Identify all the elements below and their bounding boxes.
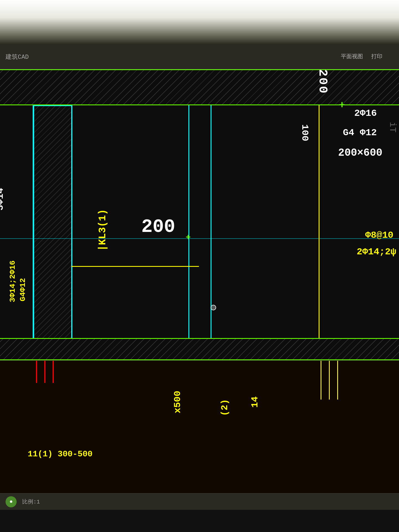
beam-line-KL3 [71, 266, 199, 267]
dim-200-mid: 200 [141, 216, 175, 237]
mouse-cursor [211, 305, 216, 310]
crosshair-mid: + [186, 233, 191, 242]
dim-200-top: 200 [316, 69, 329, 94]
yellow-v-1 [321, 361, 321, 400]
right-side-text: iT [387, 122, 398, 132]
left-col-hatch [33, 105, 72, 349]
beam-line-v-right [319, 105, 319, 355]
label-bottom-text: 11(1) 300-500 [28, 449, 93, 459]
yellow-v-2 [329, 361, 330, 400]
label-2phi14-right: 2Φ14;2ψ [357, 247, 396, 257]
label-3phi14: 3Φ14 [0, 188, 6, 211]
toolbar: 建筑CAD 平面视图 打印 [0, 44, 399, 69]
yellow-v-3 [337, 361, 338, 400]
status-icon: ● [6, 496, 17, 507]
status-bar: ● 比例:1 [0, 493, 399, 510]
screen: 建筑CAD 平面视图 打印 200 + 2Φ16 100 G4 Φ12 200×… [0, 0, 399, 532]
red-line-3 [53, 361, 54, 383]
label-KL3: |KL3(1) [97, 209, 108, 251]
plan-view-btn[interactable]: 平面视图 [341, 53, 363, 60]
bottom-slab-hatch [0, 338, 399, 360]
h-line-mid [0, 238, 399, 239]
red-line-1 [36, 361, 37, 383]
print-btn[interactable]: 打印 [371, 53, 382, 60]
label-phi8at10: Φ8@10 [365, 230, 393, 241]
monitor-glare [0, 0, 399, 44]
label-x500: x500 [172, 391, 183, 413]
toolbar-title: 建筑CAD [6, 53, 29, 61]
bottom-drawing-section: x500 (2) 14 11(1) 300-500 [0, 360, 399, 493]
label-G4phi12-left: G4Φ12 [19, 278, 27, 301]
toolbar-buttons: 平面视图 打印 [341, 53, 382, 60]
scale-text: 比例:1 [22, 498, 40, 505]
label-3phi14-2phi16: 3Φ14;2Φ16 [8, 260, 17, 302]
label-14: 14 [250, 397, 260, 408]
red-line-2 [44, 361, 45, 383]
label-x2: (2) [219, 399, 230, 416]
cad-drawing-area[interactable]: 建筑CAD 平面视图 打印 200 + 2Φ16 100 G4 Φ12 200×… [0, 44, 399, 510]
